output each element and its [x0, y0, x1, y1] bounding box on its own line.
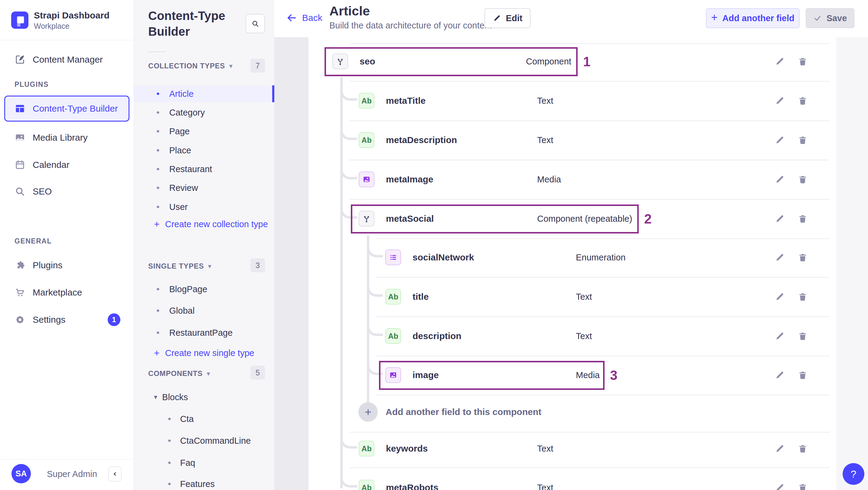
bullet-icon: • — [156, 164, 160, 174]
subnav-item-label: RestaurantPage — [169, 328, 233, 338]
sidebar-item-marketplace[interactable]: Marketplace — [0, 283, 134, 302]
components-header[interactable]: COMPONENTS ▾ — [148, 369, 210, 378]
edit-field-button[interactable] — [773, 212, 786, 225]
field-name: metaRobots — [386, 483, 438, 490]
puzzle-icon — [14, 260, 25, 271]
create-single-type-link[interactable]: + Create new single type — [134, 344, 274, 362]
row-divider — [349, 199, 829, 200]
section-label: COMPONENTS — [148, 369, 203, 378]
sidebar-item-content-manager[interactable]: Content Manager — [0, 50, 134, 69]
delete-field-button[interactable] — [796, 290, 809, 303]
add-another-field-button[interactable]: + Add another field — [706, 8, 800, 28]
subnav-item-restaurant[interactable]: •Restaurant — [134, 161, 274, 178]
row-divider — [349, 81, 829, 82]
component-item-ctacommandline[interactable]: •CtaCommandLine — [134, 432, 274, 449]
add-field-to-component-button[interactable]: + Add another field to this component — [309, 396, 836, 428]
delete-field-button[interactable] — [796, 173, 809, 186]
subnav-item-review[interactable]: •Review — [134, 179, 274, 196]
edit-field-button[interactable] — [773, 481, 786, 490]
subnav-item-label: Global — [169, 306, 195, 316]
search-button[interactable] — [246, 14, 265, 33]
subnav-item-label: Place — [169, 146, 191, 155]
sidebar-item-calendar[interactable]: Calendar — [0, 155, 134, 174]
component-item-features[interactable]: •Features — [134, 476, 274, 490]
bullet-icon: • — [168, 479, 171, 489]
field-type: Text — [576, 292, 592, 302]
delete-field-button[interactable] — [796, 94, 809, 108]
field-name: metaImage — [386, 174, 433, 184]
delete-field-button[interactable] — [796, 329, 809, 343]
subnav-item-restaurantpage[interactable]: •RestaurantPage — [134, 324, 274, 341]
subnav-item-blogpage[interactable]: •BlogPage — [134, 281, 274, 298]
back-button[interactable]: Back — [286, 13, 322, 23]
user-name: Super Admin — [47, 469, 97, 479]
edit-field-button[interactable] — [773, 442, 786, 455]
subnav-item-label: Page — [169, 126, 190, 136]
avatar[interactable]: SA — [11, 464, 31, 483]
plus-icon: + — [711, 11, 717, 24]
collapse-sidebar-button[interactable] — [108, 466, 122, 482]
edit-field-button[interactable] — [773, 133, 786, 147]
field-row-description: Ab description Text — [309, 320, 836, 352]
edit-field-button[interactable] — [773, 173, 786, 186]
row-divider — [349, 120, 829, 121]
edit-field-button[interactable] — [773, 290, 786, 303]
edit-field-button[interactable] — [773, 251, 786, 264]
create-collection-type-link[interactable]: + Create new collection type — [134, 216, 274, 233]
field-type: Text — [537, 135, 553, 145]
component-item-faq[interactable]: •Faq — [134, 454, 274, 471]
sidebar-item-seo[interactable]: SEO — [0, 182, 134, 201]
sidebar-item-plugins[interactable]: Plugins — [0, 256, 134, 275]
subnav-item-label: Cta — [180, 414, 194, 424]
brand-header: Strapi Dashboard Workplace — [0, 0, 134, 40]
delete-field-button[interactable] — [796, 55, 809, 68]
component-item-cta[interactable]: •Cta — [134, 410, 274, 427]
bullet-icon: • — [156, 284, 160, 294]
sidebar-item-media-library[interactable]: Media Library — [0, 128, 134, 147]
row-divider — [376, 238, 829, 239]
bullet-icon: • — [168, 458, 171, 468]
delete-field-button[interactable] — [796, 368, 809, 382]
single-types-count: 3 — [250, 258, 265, 272]
media-field-icon — [359, 172, 374, 187]
text-field-icon: Ab — [359, 480, 374, 490]
component-group-blocks[interactable]: ▾ Blocks — [134, 389, 274, 406]
chevron-left-icon — [111, 470, 119, 478]
field-row-metaimage: metaImage Media — [309, 164, 836, 195]
field-row-title: Ab title Text — [309, 281, 836, 312]
help-button[interactable]: ? — [843, 463, 864, 485]
add-field-to-component-label: Add another field to this component — [385, 407, 541, 417]
delete-field-button[interactable] — [796, 442, 809, 455]
main-sidebar: Strapi Dashboard Workplace Content Manag… — [0, 0, 134, 490]
edit-field-button[interactable] — [773, 368, 786, 382]
field-row-metatitle: Ab metaTitle Text — [309, 85, 836, 117]
subnav-item-category[interactable]: •Category — [134, 104, 274, 121]
delete-field-button[interactable] — [796, 481, 809, 490]
bullet-icon: • — [156, 202, 160, 212]
subnav-item-user[interactable]: •User — [134, 198, 274, 215]
subnav-item-page[interactable]: •Page — [134, 123, 274, 140]
single-types-header[interactable]: SINGLE TYPES ▾ — [148, 262, 211, 270]
edit-field-button[interactable] — [773, 329, 786, 343]
edit-field-button[interactable] — [773, 94, 786, 108]
collection-types-header[interactable]: COLLECTION TYPES ▾ — [148, 62, 232, 70]
row-divider — [349, 432, 829, 432]
sidebar-item-settings[interactable]: Settings 1 — [0, 310, 134, 329]
subnav-item-article[interactable]: • Article — [134, 85, 274, 102]
caret-down-icon: ▾ — [154, 393, 157, 401]
sidebar-item-content-type-builder[interactable]: Content-Type Builder — [4, 96, 129, 122]
content-manager-icon — [14, 54, 25, 65]
delete-field-button[interactable] — [796, 133, 809, 147]
subnav-item-place[interactable]: •Place — [134, 142, 274, 159]
delete-field-button[interactable] — [796, 251, 809, 264]
check-icon — [813, 14, 822, 22]
subnav-item-global[interactable]: •Global — [134, 302, 274, 319]
field-row-metadescription: Ab metaDescription Text — [309, 124, 836, 156]
field-name: socialNetwork — [412, 252, 474, 263]
edit-button[interactable]: Edit — [485, 8, 530, 28]
subnav-item-label: Review — [169, 183, 198, 193]
edit-field-button[interactable] — [773, 55, 786, 68]
delete-field-button[interactable] — [796, 212, 809, 225]
save-button[interactable]: Save — [806, 8, 855, 28]
subnav-item-label: CtaCommandLine — [180, 436, 251, 446]
